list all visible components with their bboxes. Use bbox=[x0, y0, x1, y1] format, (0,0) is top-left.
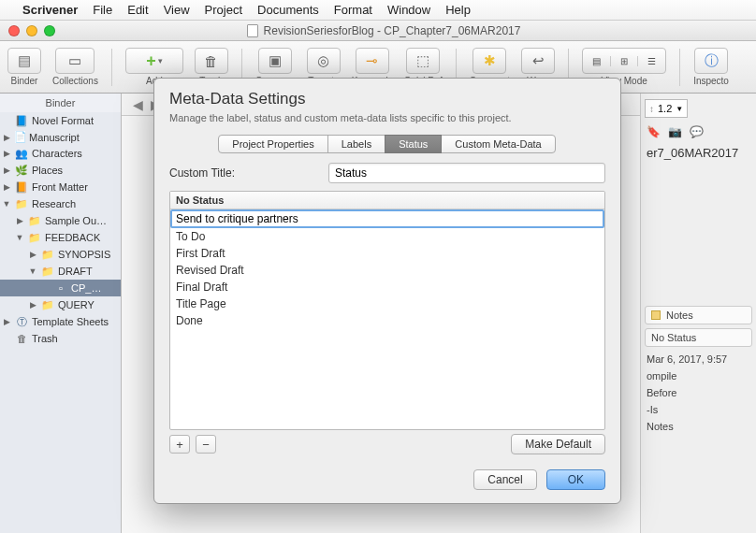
binder-item-label: DRAFT bbox=[58, 266, 93, 277]
binder-item-label: Research bbox=[32, 198, 76, 209]
folder-icon: 📁 bbox=[15, 197, 28, 210]
zoom-window-button[interactable] bbox=[44, 25, 55, 36]
zoom-value: 1.2 bbox=[658, 103, 672, 114]
menu-project[interactable]: Project bbox=[205, 3, 242, 17]
binder-item-label: Sample Ou… bbox=[45, 215, 107, 226]
close-window-button[interactable] bbox=[8, 25, 20, 36]
ok-button[interactable]: OK bbox=[546, 469, 605, 490]
binder-item[interactable]: ▶ⓉTemplate Sheets bbox=[0, 313, 121, 330]
tool-collections[interactable]: ▭Collections bbox=[52, 48, 98, 86]
menu-documents[interactable]: Documents bbox=[257, 3, 319, 17]
binder-item[interactable]: ▫CP_… bbox=[0, 280, 121, 296]
binder-item[interactable]: ▶📁QUERY bbox=[0, 296, 121, 313]
tab-labels[interactable]: Labels bbox=[327, 135, 385, 153]
wrap-icon: ↩ bbox=[532, 52, 545, 69]
tool-inspector[interactable]: ⓘInspecto bbox=[693, 48, 729, 86]
binder-item-label: Places bbox=[32, 165, 63, 176]
cancel-button[interactable]: Cancel bbox=[473, 469, 536, 490]
green-icon: 🌿 bbox=[15, 164, 28, 177]
disclosure-icon[interactable]: ▼ bbox=[2, 199, 11, 209]
divider bbox=[111, 49, 112, 86]
tab-status[interactable]: Status bbox=[385, 135, 442, 153]
status-button[interactable]: No Status bbox=[645, 328, 752, 347]
menu-file[interactable]: File bbox=[93, 3, 112, 17]
meta-asis: ‑Is bbox=[645, 401, 752, 418]
make-default-button[interactable]: Make Default bbox=[511, 434, 605, 454]
trash-icon: 🗑 bbox=[204, 53, 218, 69]
binder-item-label: Characters bbox=[32, 148, 82, 159]
disclosure-icon[interactable]: ▶ bbox=[2, 182, 11, 192]
menu-window[interactable]: Window bbox=[387, 3, 430, 17]
status-row[interactable]: First Draft bbox=[170, 245, 604, 262]
disclosure-icon[interactable]: ▶ bbox=[28, 300, 37, 310]
binder-item[interactable]: ▶🌿Places bbox=[0, 162, 121, 179]
document-icon bbox=[247, 24, 258, 37]
binder-item[interactable]: ▶📙Front Matter bbox=[0, 179, 121, 195]
status-row-editing[interactable] bbox=[170, 209, 604, 228]
notes-swatch-icon bbox=[651, 310, 661, 320]
inspector-icon: ⓘ bbox=[705, 52, 719, 70]
binder-item[interactable]: ▼📁FEEDBACK bbox=[0, 229, 121, 246]
book-icon: 📘 bbox=[15, 114, 28, 127]
tab-project-properties[interactable]: Project Properties bbox=[218, 135, 327, 153]
status-row[interactable]: Title Page bbox=[170, 295, 604, 312]
folder-icon: 📁 bbox=[41, 265, 54, 278]
disclosure-icon[interactable]: ▶ bbox=[2, 133, 11, 142]
menu-view[interactable]: View bbox=[164, 3, 190, 17]
menu-edit[interactable]: Edit bbox=[127, 3, 148, 17]
binder-item[interactable]: 📘Novel Format bbox=[0, 112, 121, 129]
disclosure-icon[interactable]: ▶ bbox=[2, 166, 11, 175]
disclosure-icon[interactable]: ▶ bbox=[15, 216, 24, 225]
binder-item-label: CP_… bbox=[71, 282, 101, 294]
app-name[interactable]: Scrivener bbox=[22, 3, 78, 17]
folder-icon: 📁 bbox=[41, 248, 54, 261]
status-edit-input[interactable] bbox=[170, 209, 604, 228]
disclosure-icon[interactable]: ▼ bbox=[15, 233, 24, 242]
add-status-button[interactable]: + bbox=[169, 435, 190, 454]
comment-icon: ✱ bbox=[484, 52, 496, 69]
camera-icon[interactable]: 📷 bbox=[668, 125, 682, 138]
view-cork-icon[interactable]: ⊞ bbox=[611, 56, 639, 66]
plus-icon: + bbox=[146, 51, 156, 71]
nav-back-icon[interactable]: ◀ bbox=[129, 97, 147, 112]
binder-item[interactable]: ▼📁Research bbox=[0, 195, 121, 212]
minimize-window-button[interactable] bbox=[26, 25, 37, 36]
binder-item[interactable]: ▶📁Sample Ou… bbox=[0, 212, 121, 229]
view-doc-icon[interactable]: ▤ bbox=[583, 56, 611, 66]
zoom-select[interactable]: ↕ 1.2 ▼ bbox=[645, 99, 688, 118]
dialog-title: Meta-Data Settings bbox=[169, 90, 605, 108]
disclosure-icon[interactable]: ▶ bbox=[2, 149, 11, 158]
menu-format[interactable]: Format bbox=[334, 3, 372, 17]
binder-sidebar: Binder 📘Novel Format▶📄Manuscript▶👥Charac… bbox=[0, 94, 122, 533]
binder-item[interactable]: ▶👥Characters bbox=[0, 145, 121, 162]
speech-icon[interactable]: 💬 bbox=[690, 125, 704, 138]
custom-title-input[interactable] bbox=[328, 163, 605, 183]
menu-help[interactable]: Help bbox=[445, 3, 471, 17]
disclosure-icon[interactable]: ▼ bbox=[28, 266, 37, 276]
disclosure-icon[interactable]: ▶ bbox=[28, 250, 37, 259]
disclosure-icon[interactable]: ▶ bbox=[2, 317, 11, 326]
status-row[interactable]: Done bbox=[170, 312, 604, 329]
binder-item[interactable]: ▶📁SYNOPSIS bbox=[0, 246, 121, 263]
inspector-doc-title: er7_06MAR2017 bbox=[645, 144, 752, 166]
status-row[interactable]: To Do bbox=[170, 228, 604, 245]
binder-item[interactable]: ▶📄Manuscript bbox=[0, 129, 121, 145]
targets-icon: ◎ bbox=[317, 52, 329, 69]
trash-icon: 🗑 bbox=[15, 332, 28, 345]
remove-status-button[interactable]: − bbox=[196, 435, 216, 454]
binder-list: 📘Novel Format▶📄Manuscript▶👥Characters▶🌿P… bbox=[0, 112, 121, 347]
compose-icon: ▣ bbox=[269, 52, 282, 69]
binder-item[interactable]: ▼📁DRAFT bbox=[0, 263, 121, 280]
status-row[interactable]: Final Draft bbox=[170, 279, 604, 295]
view-outline-icon[interactable]: ☰ bbox=[638, 56, 665, 66]
tag-icon[interactable]: 🔖 bbox=[647, 125, 661, 138]
meta-data-settings-dialog: Meta-Data Settings Manage the label, sta… bbox=[153, 78, 621, 504]
binder-item-label: Trash bbox=[32, 333, 58, 344]
notes-button[interactable]: Notes bbox=[645, 306, 752, 324]
binder-item[interactable]: 🗑Trash bbox=[0, 330, 121, 347]
titlebar: RevisionSeriesforBlog - CP_Chapter7_06MA… bbox=[0, 21, 756, 41]
tab-custom-meta-data[interactable]: Custom Meta-Data bbox=[441, 135, 555, 153]
status-row[interactable]: Revised Draft bbox=[170, 262, 604, 279]
traffic-lights bbox=[0, 25, 64, 36]
tool-binder[interactable]: ▤Binder bbox=[7, 48, 41, 86]
